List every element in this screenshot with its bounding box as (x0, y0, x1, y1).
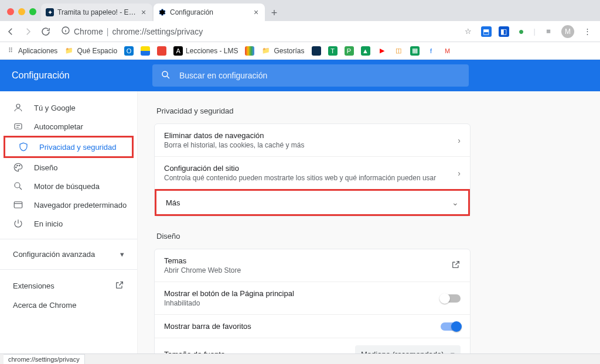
palette-icon (13, 162, 23, 173)
tab-title: Configuración (170, 8, 248, 16)
tab-title: Tramita tu papeleo! - Entre Trá (57, 8, 136, 16)
sidebar-item-label: Motor de búsqueda (34, 182, 100, 191)
sidebar-item-appearance[interactable]: Diseño (0, 158, 137, 177)
bookmark-folder[interactable]: 📁Gestorías (261, 46, 304, 56)
row-themes[interactable]: Temas Abrir Chrome Web Store (155, 249, 470, 281)
bookmark-item[interactable]: ALecciones - LMS (173, 46, 238, 56)
site-info-icon[interactable] (61, 26, 70, 37)
bookmark-item[interactable]: O (124, 46, 134, 56)
close-window-icon[interactable] (7, 8, 14, 15)
browser-icon (13, 200, 23, 210)
settings-gear-icon (158, 8, 166, 16)
toggle-home-button[interactable] (441, 294, 461, 303)
status-bar: chrome://settings/privacy (0, 353, 600, 364)
bookmark-item[interactable] (245, 46, 254, 56)
svg-point-8 (15, 183, 20, 188)
font-size-select[interactable]: Mediano (recomendado) ▾ (355, 345, 461, 353)
search-icon (13, 181, 23, 191)
search-input[interactable] (179, 71, 461, 80)
extension-icon[interactable]: ≡ (543, 26, 554, 37)
sidebar-about[interactable]: Acerca de Chrome (0, 296, 137, 314)
svg-point-5 (16, 167, 17, 168)
reload-button[interactable] (40, 26, 52, 37)
sidebar-item-on-startup[interactable]: En inicio (0, 214, 137, 233)
sidebar-item-label: En inicio (34, 219, 63, 228)
bookmark-item[interactable] (312, 46, 321, 56)
bookmark-item[interactable]: P (345, 46, 354, 56)
settings-sidebar: Tú y Google Autocompletar Privacidad y s… (0, 91, 138, 353)
maximize-window-icon[interactable] (29, 8, 36, 15)
extension-icon[interactable]: ⬒ (481, 26, 492, 37)
svg-point-6 (17, 165, 18, 166)
bookmark-item[interactable]: T (328, 46, 338, 56)
minimize-window-icon[interactable] (18, 8, 25, 15)
address-bar[interactable]: Chrome | chrome://settings/privacy (57, 26, 456, 37)
open-external-icon (451, 260, 461, 271)
address-url: chrome://settings/privacy (112, 27, 203, 36)
bookmark-item[interactable]: ▦ (410, 46, 420, 56)
row-home-button[interactable]: Mostrar el botón de la Página principal … (155, 281, 470, 314)
window-traffic-lights[interactable] (4, 8, 41, 21)
svg-rect-4 (15, 124, 22, 129)
sidebar-item-search-engine[interactable]: Motor de búsqueda (0, 177, 137, 195)
person-icon (13, 102, 23, 113)
tab-close-icon[interactable]: × (252, 8, 260, 16)
svg-point-7 (19, 165, 21, 166)
design-card: Temas Abrir Chrome Web Store Mostrar el … (154, 249, 471, 353)
toggle-bookmarks-bar[interactable] (441, 322, 461, 331)
page-title: Configuración (0, 70, 152, 81)
forward-button[interactable] (22, 26, 34, 37)
chevron-down-icon: ⌄ (452, 198, 459, 207)
sidebar-item-you-and-google[interactable]: Tú y Google (0, 98, 137, 117)
shield-icon (18, 142, 29, 152)
sidebar-item-autofill[interactable]: Autocompletar (0, 117, 137, 136)
address-prefix: Chrome (74, 27, 103, 36)
power-icon (13, 218, 23, 229)
row-bookmarks-bar[interactable]: Mostrar barra de favoritos (155, 314, 470, 338)
status-url: chrome://settings/privacy (4, 354, 85, 364)
sidebar-item-label: Autocompletar (34, 122, 83, 131)
bookmark-folder[interactable]: 📁Qué Espacio (64, 46, 117, 56)
extension-icon[interactable]: ◧ (499, 26, 509, 37)
apps-shortcut[interactable]: ⠿Aplicaciones (6, 46, 57, 56)
sidebar-item-label: Privacidad y seguridad (39, 143, 117, 152)
open-external-icon (115, 280, 124, 291)
back-button[interactable] (5, 26, 16, 37)
chevron-right-icon: › (458, 136, 461, 145)
favicon-icon: ✦ (46, 8, 54, 16)
sidebar-item-label: Navegador predeterminado (34, 201, 127, 210)
profile-avatar[interactable]: M (561, 25, 574, 38)
tab-close-icon[interactable]: × (139, 8, 148, 16)
sidebar-extensions[interactable]: Extensiones (0, 276, 137, 296)
row-more[interactable]: Más ⌄ (155, 189, 470, 216)
bookmark-item[interactable]: f (427, 46, 436, 56)
bookmark-item[interactable]: ◫ (394, 46, 403, 56)
svg-rect-9 (14, 202, 22, 208)
new-tab-button[interactable]: + (266, 5, 282, 21)
browser-tab-active[interactable]: Configuración × (154, 4, 265, 21)
bookmark-item[interactable]: M (443, 46, 452, 56)
bookmark-item[interactable]: ▲ (361, 46, 370, 56)
bookmark-item[interactable]: ▶ (377, 46, 387, 56)
sidebar-item-label: Tú y Google (34, 104, 76, 112)
bookmark-item[interactable] (157, 46, 166, 56)
row-font-size[interactable]: Tamaño de fuente Mediano (recomendado) ▾ (155, 338, 470, 353)
settings-search[interactable] (152, 64, 469, 87)
chevron-right-icon: › (458, 169, 461, 178)
row-site-settings[interactable]: Configuración del sitio Controla qué con… (155, 156, 470, 189)
autofill-icon (13, 121, 23, 132)
section-title-design: Diseño (156, 232, 582, 241)
svg-point-3 (16, 104, 20, 108)
sidebar-item-label: Diseño (34, 163, 57, 172)
extension-icon[interactable]: ● (516, 26, 527, 37)
privacy-card: Eliminar datos de navegación Borra el hi… (154, 123, 471, 217)
chrome-menu-icon[interactable]: ⋮ (581, 26, 593, 37)
sidebar-advanced[interactable]: Configuración avanzada ▾ (0, 245, 137, 263)
sidebar-item-privacy[interactable]: Privacidad y seguridad (5, 138, 132, 156)
bookmark-item[interactable] (141, 46, 150, 56)
sidebar-item-default-browser[interactable]: Navegador predeterminado (0, 195, 137, 214)
bookmark-star-icon[interactable]: ☆ (462, 26, 474, 37)
row-clear-browsing-data[interactable]: Eliminar datos de navegación Borra el hi… (155, 124, 470, 156)
browser-tab-inactive[interactable]: ✦ Tramita tu papeleo! - Entre Trá × (41, 4, 152, 21)
chevron-down-icon: ▾ (120, 250, 124, 259)
